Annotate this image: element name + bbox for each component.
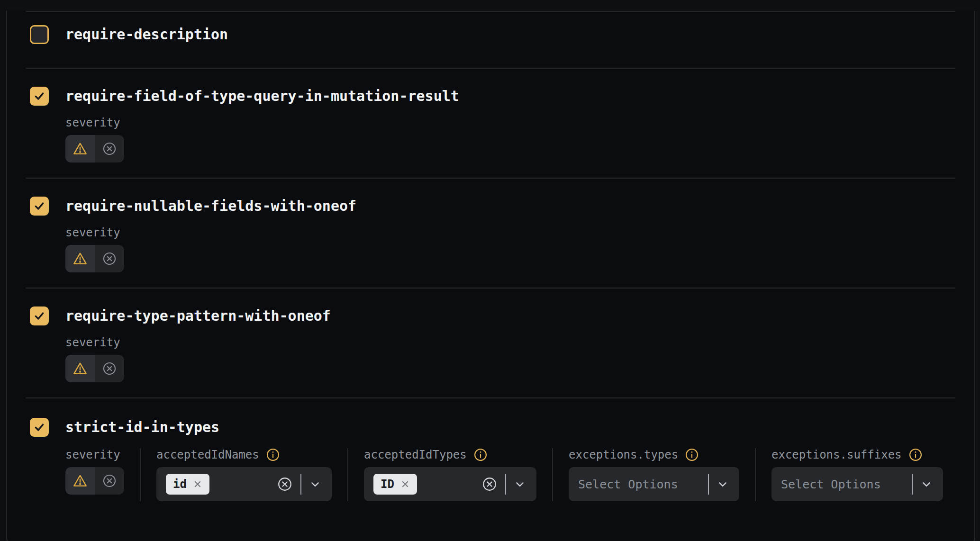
tag-remove-icon[interactable] xyxy=(400,479,410,489)
column-divider xyxy=(140,448,141,501)
checkmark-icon xyxy=(33,310,45,322)
severity-label: severity xyxy=(65,226,120,239)
warning-triangle-icon xyxy=(73,141,88,156)
chevron-down-icon[interactable] xyxy=(514,478,526,490)
severity-off-button[interactable] xyxy=(95,135,124,162)
info-icon[interactable] xyxy=(908,448,923,462)
rule-row-require-field-of-type-query-in-mutation-result: require-field-of-type-query-in-mutation-… xyxy=(26,69,955,178)
column-divider xyxy=(755,448,756,501)
info-icon[interactable] xyxy=(266,448,280,462)
exceptions-suffixes-column: exceptions.suffixes Select Options xyxy=(771,448,943,501)
rule-row-strict-id-in-types: strict-id-in-types severity xyxy=(26,398,955,534)
severity-toggle xyxy=(65,245,124,272)
severity-toggle xyxy=(65,355,124,382)
circled-x-icon xyxy=(102,251,117,266)
warning-triangle-icon xyxy=(73,473,88,488)
severity-label: severity xyxy=(65,448,120,461)
exceptions-suffixes-multiselect[interactable]: Select Options xyxy=(771,467,943,501)
severity-off-button[interactable] xyxy=(95,467,124,495)
exceptions-types-multiselect[interactable]: Select Options xyxy=(569,467,739,501)
clear-selection-icon[interactable] xyxy=(277,476,293,492)
accepted-id-types-column: acceptedIdTypes ID xyxy=(364,448,536,501)
severity-column: severity xyxy=(65,448,124,495)
severity-warn-button[interactable] xyxy=(65,245,95,272)
circled-x-icon xyxy=(102,361,117,376)
info-icon[interactable] xyxy=(685,448,699,462)
rule-checkbox-checked[interactable] xyxy=(30,307,49,325)
rule-title: strict-id-in-types xyxy=(65,418,219,437)
checkmark-icon xyxy=(33,421,45,433)
severity-toggle xyxy=(65,467,124,495)
rule-title: require-description xyxy=(65,25,228,44)
info-icon[interactable] xyxy=(473,448,488,462)
field-label: exceptions.types xyxy=(569,448,678,461)
rule-title: require-type-pattern-with-oneof xyxy=(65,307,331,325)
exceptions-types-column: exceptions.types Select Options xyxy=(569,448,739,501)
field-label: acceptedIdTypes xyxy=(364,448,467,461)
checkmark-icon xyxy=(33,200,45,212)
field-label: acceptedIdNames xyxy=(156,448,259,461)
tag-label: ID xyxy=(381,478,394,491)
select-separator xyxy=(912,474,913,495)
select-separator xyxy=(708,474,709,495)
rule-title: require-nullable-fields-with-oneof xyxy=(65,197,356,216)
severity-off-button[interactable] xyxy=(95,355,124,382)
warning-triangle-icon xyxy=(73,361,88,376)
select-placeholder: Select Options xyxy=(578,478,678,491)
severity-warn-button[interactable] xyxy=(65,467,95,495)
severity-label: severity xyxy=(65,116,120,129)
rule-row-require-type-pattern-with-oneof: require-type-pattern-with-oneof severity xyxy=(26,289,955,397)
checkmark-icon xyxy=(33,90,45,102)
column-divider xyxy=(552,448,553,501)
clear-selection-icon[interactable] xyxy=(481,476,498,492)
accepted-id-names-multiselect[interactable]: id xyxy=(156,467,332,501)
rule-row-require-nullable-fields-with-oneof: require-nullable-fields-with-oneof sever… xyxy=(26,179,955,288)
tag-label: id xyxy=(173,478,187,491)
severity-label: severity xyxy=(65,336,120,349)
tag-remove-icon[interactable] xyxy=(193,479,202,489)
chevron-down-icon[interactable] xyxy=(920,478,933,490)
select-placeholder: Select Options xyxy=(781,478,881,491)
field-label: exceptions.suffixes xyxy=(771,448,902,461)
rule-checkbox-checked[interactable] xyxy=(30,197,49,216)
select-separator xyxy=(505,474,506,495)
rules-config-panel: require-description require-field-of-typ… xyxy=(6,11,975,541)
severity-toggle xyxy=(65,135,124,162)
rule-title: require-field-of-type-query-in-mutation-… xyxy=(65,87,459,106)
severity-warn-button[interactable] xyxy=(65,135,95,162)
severity-warn-button[interactable] xyxy=(65,355,95,382)
rule-checkbox-checked[interactable] xyxy=(30,87,49,106)
rule-row-require-description: require-description xyxy=(26,12,955,68)
circled-x-icon xyxy=(102,141,117,156)
select-separator xyxy=(300,474,301,495)
chevron-down-icon[interactable] xyxy=(309,478,321,490)
accepted-id-names-column: acceptedIdNames id xyxy=(156,448,332,501)
column-divider xyxy=(347,448,348,501)
warning-triangle-icon xyxy=(73,251,88,266)
rule-checkbox-unchecked[interactable] xyxy=(30,25,49,44)
circled-x-icon xyxy=(102,473,117,488)
chevron-down-icon[interactable] xyxy=(717,478,729,490)
selected-tag: id xyxy=(166,474,209,495)
accepted-id-types-multiselect[interactable]: ID xyxy=(364,467,536,501)
selected-tag: ID xyxy=(373,474,417,495)
rule-checkbox-checked[interactable] xyxy=(30,418,49,437)
severity-off-button[interactable] xyxy=(95,245,124,272)
